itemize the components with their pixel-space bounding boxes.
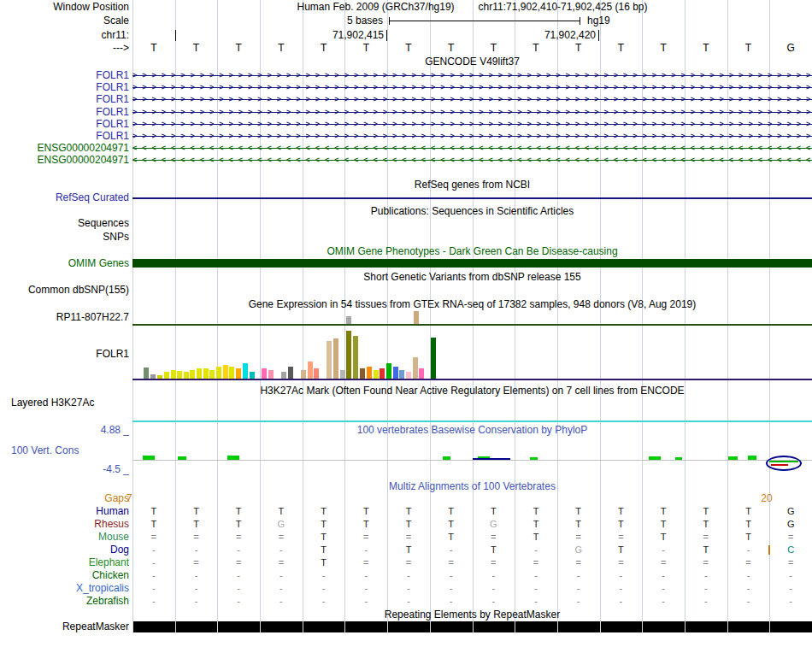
base-letter: T xyxy=(193,42,199,55)
gtex-bar xyxy=(190,370,195,379)
alignment-cells[interactable]: -===T=========== xyxy=(132,556,812,569)
species-label[interactable]: Human xyxy=(0,505,129,518)
sequences-row: Sequences xyxy=(0,217,812,230)
alignment-base: T xyxy=(406,544,412,556)
track-label-folr1[interactable]: FOLR1 xyxy=(0,81,129,93)
alignment-base: T xyxy=(703,544,709,556)
h3k27ac-signal[interactable] xyxy=(132,397,812,422)
alignment-cells[interactable]: ---------------- xyxy=(132,595,812,608)
track-label-folr1[interactable]: FOLR1 xyxy=(0,69,129,81)
gene-item[interactable]: >>>>>>>>>>>>>>>>>>>>>>>>>>>>>>>>>>>>>>>>… xyxy=(132,69,812,81)
track-label-snps[interactable]: SNPs xyxy=(0,231,129,244)
alignment-base: T xyxy=(448,518,454,531)
track-label-ensg00000204971[interactable]: ENSG00000204971 xyxy=(0,154,129,166)
strand-arrows: >>>>>>>>>>>>>>>>>>>>>>>>>>>>>>>>>>>>>>>>… xyxy=(132,118,812,130)
track-label-gtex-folr1[interactable]: FOLR1 xyxy=(0,327,129,380)
position-text: chr11:71,902,410-71,902,425 (16 bp) xyxy=(479,1,648,14)
alignment-base: - xyxy=(491,569,495,582)
track-label-folr1[interactable]: FOLR1 xyxy=(0,106,129,118)
alignment-row-human: HumanTTTTTTTTTTTTTTTG xyxy=(0,505,812,518)
gene-item[interactable]: >>>>>>>>>>>>>>>>>>>>>>>>>>>>>>>>>>>>>>>>… xyxy=(132,81,812,93)
base-letter: T xyxy=(533,42,538,55)
gene-row: FOLR1>>>>>>>>>>>>>>>>>>>>>>>>>>>>>>>>>>>… xyxy=(0,130,812,142)
alignment-base: - xyxy=(534,544,538,556)
gtex-bar xyxy=(250,372,255,379)
gtex-folr1-barchart[interactable] xyxy=(132,327,812,380)
gtex-bar xyxy=(399,370,404,379)
track-label-rp11[interactable]: RP11-807H22.7 xyxy=(0,309,129,326)
alignment-base: T xyxy=(193,518,199,531)
gtex-bar xyxy=(184,372,189,379)
refseq-curated-item[interactable] xyxy=(132,191,812,204)
track-label-refseq-curated[interactable]: RefSeq Curated xyxy=(0,191,129,204)
alignment-cells[interactable]: TTTTTTTTTTTTTTTG xyxy=(132,505,812,518)
alignment-cells[interactable]: TTTGTTTTGTTTTTTG xyxy=(132,518,812,531)
track-label-ensg00000204971[interactable]: ENSG00000204971 xyxy=(0,142,129,154)
alignment-base: - xyxy=(450,582,453,595)
omim-item[interactable] xyxy=(132,257,812,269)
phylop-signal[interactable] xyxy=(132,436,812,475)
repeat-grid-tick xyxy=(685,621,685,632)
track-label-folr1[interactable]: FOLR1 xyxy=(0,93,129,105)
species-label[interactable]: Zebrafish xyxy=(0,595,129,608)
gtex-rp11-barchart[interactable] xyxy=(132,309,812,326)
alignment-base: - xyxy=(747,569,750,582)
track-label-layered-h3k27ac[interactable]: Layered H3K27Ac xyxy=(11,397,94,409)
alignment-cells[interactable]: ---------------- xyxy=(132,569,812,582)
gtex-bar xyxy=(406,372,411,379)
gene-item[interactable]: <<<<<<<<<<<<<<<<<<<<<<<<<<<<<<<<<<<<<<<<… xyxy=(132,142,812,154)
phylop-header-row: 4.88 _ 100 vertebrates Basewise Conserva… xyxy=(0,424,812,436)
species-label[interactable]: Chicken xyxy=(0,569,129,582)
gtex-bar xyxy=(333,338,338,379)
scale-row: Scale 5 bases hg19 xyxy=(0,15,812,27)
species-label[interactable]: Mouse xyxy=(0,531,129,544)
track-label-100-vert-cons[interactable]: 100 Vert. Cons xyxy=(11,444,79,456)
alignment-base: T xyxy=(618,518,624,531)
alignment-base: - xyxy=(450,595,453,608)
conservation-tick xyxy=(649,456,661,460)
alignment-cells[interactable]: ----T-T-T-GT-T-C xyxy=(132,544,812,556)
repeat-grid-tick xyxy=(387,621,388,632)
repeat-grid-tick xyxy=(473,621,474,632)
species-label[interactable]: Dog xyxy=(0,544,129,556)
alignment-base: = xyxy=(661,556,666,569)
position-label-right: 71,902,420 xyxy=(544,28,596,42)
track-label-sequences[interactable]: Sequences xyxy=(0,217,129,230)
track-label-repeatmasker[interactable]: RepeatMasker xyxy=(0,621,129,633)
track-label-folr1[interactable]: FOLR1 xyxy=(0,130,129,142)
alignment-base: = xyxy=(745,556,750,569)
alignment-base: - xyxy=(407,569,410,582)
refseq-curated-row: RefSeq Curated xyxy=(0,191,812,204)
track-label-omim-genes[interactable]: OMIM Genes xyxy=(0,257,129,269)
alignment-base: C xyxy=(787,544,794,556)
track-label-folr1[interactable]: FOLR1 xyxy=(0,118,129,130)
gene-row: FOLR1>>>>>>>>>>>>>>>>>>>>>>>>>>>>>>>>>>>… xyxy=(0,93,812,105)
repeatmasker-title: Repeating Elements by RepeatMasker xyxy=(132,609,812,621)
conservation-tick xyxy=(530,457,538,460)
gene-item[interactable]: <<<<<<<<<<<<<<<<<<<<<<<<<<<<<<<<<<<<<<<<… xyxy=(132,154,812,166)
repeat-grid-tick xyxy=(175,621,176,632)
alignment-base: T xyxy=(321,518,327,531)
alignment-cells[interactable]: ---------------- xyxy=(132,582,812,595)
track-label-gaps[interactable]: Gaps xyxy=(0,492,129,504)
gene-item[interactable]: >>>>>>>>>>>>>>>>>>>>>>>>>>>>>>>>>>>>>>>>… xyxy=(132,93,812,105)
species-label[interactable]: Rhesus xyxy=(0,518,129,531)
repeat-grid-tick xyxy=(303,621,303,632)
omim-row: OMIM Genes xyxy=(0,257,812,269)
track-label-common-dbsnp[interactable]: Common dbSNP(155) xyxy=(0,284,129,296)
alignment-base: T xyxy=(575,518,581,531)
gene-item[interactable]: >>>>>>>>>>>>>>>>>>>>>>>>>>>>>>>>>>>>>>>>… xyxy=(132,118,812,130)
repeatmasker-item[interactable] xyxy=(132,621,812,633)
repeat-grid-tick xyxy=(515,621,515,632)
species-label[interactable]: X_tropicalis xyxy=(0,582,129,595)
gtex-bar xyxy=(308,362,313,379)
gene-item[interactable]: >>>>>>>>>>>>>>>>>>>>>>>>>>>>>>>>>>>>>>>>… xyxy=(132,106,812,118)
alignment-cells[interactable]: ====T==T=T==T=T= xyxy=(132,531,812,544)
alignment-base: - xyxy=(662,544,665,556)
alignment-base: - xyxy=(704,569,708,582)
gene-item[interactable]: >>>>>>>>>>>>>>>>>>>>>>>>>>>>>>>>>>>>>>>>… xyxy=(132,130,812,142)
h3k27ac-row: Layered H3K27Ac xyxy=(0,397,812,422)
alignment-base: = xyxy=(703,556,709,569)
species-label[interactable]: Elephant xyxy=(0,556,129,569)
alignment-base: - xyxy=(279,544,283,556)
